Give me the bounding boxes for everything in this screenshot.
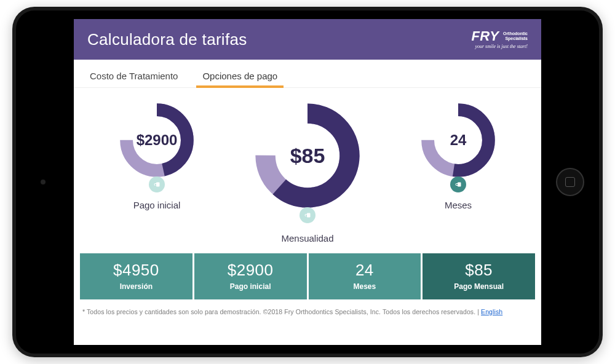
summary-monthly: $85 Pago Mensual [423, 253, 535, 299]
summary-investment: $4950 Inversión [80, 253, 194, 299]
footer-disclaimer: * Todos los precios y cantidades son sol… [74, 306, 541, 322]
app-header: Calculadora de tarifas FRY Orthodontic S… [74, 19, 541, 60]
page-title: Calculadora de tarifas [87, 30, 247, 49]
unlock-icon[interactable] [300, 207, 315, 223]
tablet-frame: Calculadora de tarifas FRY Orthodontic S… [12, 7, 603, 357]
summary-months: 24 Meses [309, 253, 423, 299]
summary-investment-label: Inversión [84, 282, 189, 291]
summary-down-payment-value: $2900 [198, 261, 303, 280]
gauge-down-payment-value: $2900 [117, 100, 197, 180]
summary-investment-value: $4950 [84, 261, 189, 280]
gauge-monthly-label: Mensualidad [252, 233, 363, 243]
summary-down-payment-label: Pago inicial [198, 282, 303, 291]
summary-row: $4950 Inversión $2900 Pago inicial 24 Me… [80, 253, 535, 299]
brand-sub-text: Orthodontic Specialists [503, 31, 528, 41]
brand-main-text: FRY [471, 30, 499, 43]
lock-icon[interactable] [450, 176, 466, 192]
summary-months-value: 24 [312, 261, 418, 280]
tablet-home-button[interactable] [556, 168, 584, 196]
brand-logo: FRY Orthodontic Specialists your smile i… [471, 30, 528, 49]
gauge-months-label: Meses [418, 200, 498, 210]
app-screen: Calculadora de tarifas FRY Orthodontic S… [74, 19, 541, 345]
unlock-icon[interactable] [149, 176, 165, 192]
gauge-monthly[interactable]: $85 Mensualidad [252, 100, 363, 243]
brand-tagline: your smile is just the start! [471, 44, 528, 49]
summary-monthly-value: $85 [426, 261, 531, 280]
footer-text: * Todos los precios y cantidades son sol… [82, 308, 481, 315]
tab-treatment-cost[interactable]: Costo de Tratamiento [86, 68, 181, 87]
footer-language-link[interactable]: English [481, 308, 502, 315]
summary-months-label: Meses [312, 282, 418, 291]
summary-down-payment: $2900 Pago inicial [194, 253, 309, 299]
tablet-camera [41, 180, 46, 184]
tab-bar: Costo de Tratamiento Opciones de pago [74, 60, 541, 88]
summary-monthly-label: Pago Mensual [426, 282, 531, 291]
gauge-down-payment-label: Pago inicial [117, 200, 197, 210]
gauge-months-value: 24 [418, 100, 498, 180]
gauge-months[interactable]: 24 Meses [418, 100, 498, 210]
gauges-row: $2900 Pago inicial $85 Men [74, 88, 541, 251]
gauge-monthly-value: $85 [252, 100, 363, 211]
gauge-down-payment[interactable]: $2900 Pago inicial [117, 100, 197, 210]
tab-payment-options[interactable]: Opciones de pago [199, 68, 281, 87]
